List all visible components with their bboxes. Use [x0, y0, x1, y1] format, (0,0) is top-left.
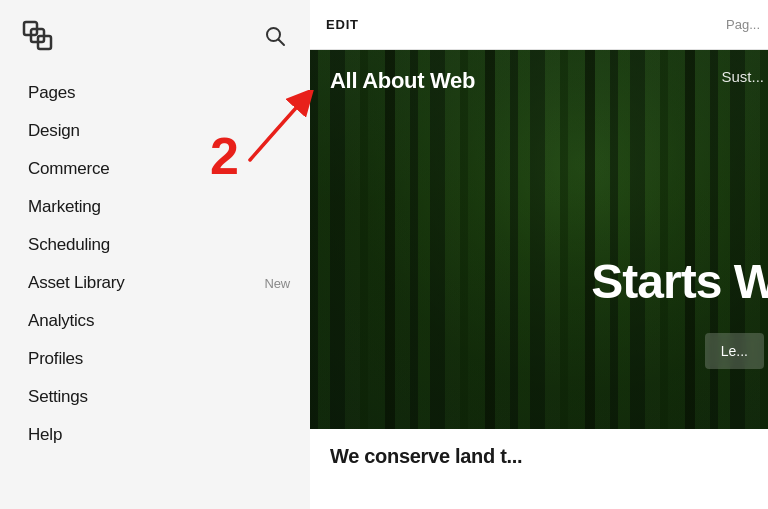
- below-fold-section: We conserve land t...: [310, 429, 768, 509]
- hero-big-text: Starts W: [591, 256, 768, 309]
- page-label: Pag...: [726, 17, 768, 32]
- hero-section: All About Web Sust... Starts W Le...: [310, 50, 768, 429]
- sidebar-top: [0, 0, 310, 64]
- hero-title: All About Web: [330, 68, 475, 94]
- topbar: EDIT Pag...: [310, 0, 768, 50]
- search-button[interactable]: [260, 21, 290, 51]
- logo-icon[interactable]: [20, 18, 56, 54]
- nav-list: Pages Design Commerce Marketing Scheduli…: [0, 64, 310, 509]
- sidebar-item-asset-library[interactable]: Asset Library New: [0, 264, 310, 302]
- nav-item-label: Settings: [28, 387, 88, 407]
- main-content: EDIT Pag... All About Web Sust... Starts…: [310, 0, 768, 509]
- sidebar-item-profiles[interactable]: Profiles: [0, 340, 310, 378]
- nav-item-label: Profiles: [28, 349, 83, 369]
- nav-item-label: Design: [28, 121, 80, 141]
- nav-item-label: Scheduling: [28, 235, 110, 255]
- below-fold-text: We conserve land t...: [330, 445, 522, 468]
- nav-item-label: Help: [28, 425, 62, 445]
- nav-item-label: Pages: [28, 83, 75, 103]
- badge-new: New: [265, 276, 290, 291]
- nav-item-label: Marketing: [28, 197, 101, 217]
- sidebar: 2 Pages Design Commerce Marketing Schedu…: [0, 0, 310, 509]
- sidebar-item-marketing[interactable]: Marketing: [0, 188, 310, 226]
- hero-cta-button[interactable]: Le...: [705, 333, 764, 369]
- sidebar-item-pages[interactable]: Pages: [0, 74, 310, 112]
- sidebar-item-settings[interactable]: Settings: [0, 378, 310, 416]
- hero-subtitle: Sust...: [721, 68, 768, 85]
- sidebar-item-commerce[interactable]: Commerce: [0, 150, 310, 188]
- nav-item-label: Asset Library: [28, 273, 125, 293]
- sidebar-item-help[interactable]: Help: [0, 416, 310, 454]
- nav-item-label: Commerce: [28, 159, 110, 179]
- sidebar-item-design[interactable]: Design: [0, 112, 310, 150]
- edit-label[interactable]: EDIT: [326, 17, 359, 32]
- nav-item-label: Analytics: [28, 311, 94, 331]
- sidebar-item-analytics[interactable]: Analytics: [0, 302, 310, 340]
- sidebar-item-scheduling[interactable]: Scheduling: [0, 226, 310, 264]
- svg-line-4: [279, 40, 285, 46]
